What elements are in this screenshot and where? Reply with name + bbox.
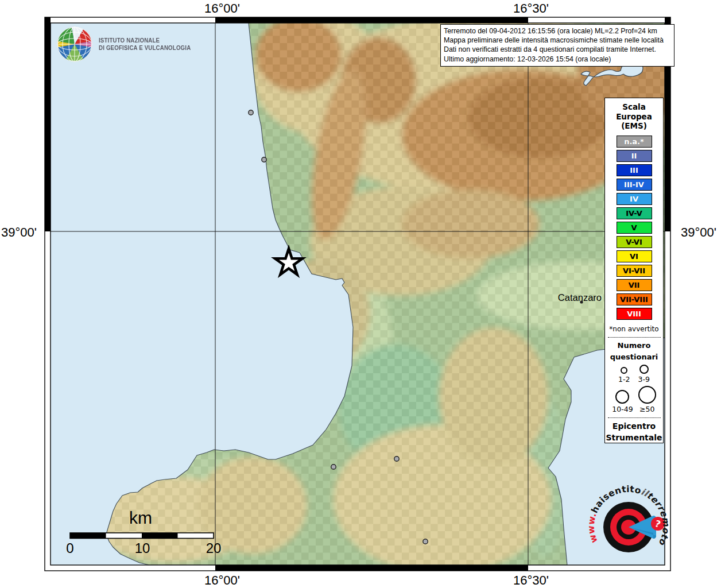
questionnaire-circle-1-2 [621, 367, 627, 374]
scale-unit-label: km [129, 508, 152, 528]
epicenter-title-line2: Strumentale [606, 432, 662, 443]
legend-title: Scala Europea (EMS) [616, 102, 652, 131]
legend-separator-2 [608, 417, 661, 418]
ingv-logo: ISTITUTO NAZIONALE DI GEOFISICA E VULCAN… [56, 26, 203, 62]
questionnaire-label-50plus: ≥50 [639, 405, 654, 413]
legend-class-iv-v: IV-V [617, 207, 652, 219]
graticule-label-left: 39°00' [0, 225, 37, 240]
legend-title-line1: Scala [616, 102, 652, 112]
haisentitoilterremoto-logo: ? www.haisentitoilterremoto.it [587, 480, 684, 578]
na-marker [262, 157, 266, 162]
legend-class-v: V [617, 222, 652, 234]
legend-footnote: *non avvertito [609, 325, 658, 333]
legend-class-viii: VIII [617, 308, 652, 320]
map-page: 16°00' 16°30' 16°00' 16°30' 39°00' 39°00… [0, 0, 721, 588]
scale-bar [70, 533, 214, 539]
event-info-line1: Terremoto del 09-04-2012 16:15:56 (ora l… [444, 26, 671, 36]
legend-class-ii: II [617, 150, 652, 162]
graticule-label-bottom-left: 16°00' [204, 573, 240, 588]
legend-class-iii: III [617, 164, 652, 176]
legend-class-v-vi: V-VI [617, 236, 652, 248]
questionnaire-label-1-2: 1-2 [618, 375, 630, 384]
ingv-name-line1: ISTITUTO NAZIONALE [99, 37, 191, 44]
event-info-box: Terremoto del 09-04-2012 16:15:56 (ora l… [440, 24, 675, 67]
event-info-line3: Dati non verificati estratti da 4 questi… [444, 45, 671, 54]
questionnaire-circle-3-9 [639, 365, 649, 374]
legend-title-line2: Europea [616, 112, 652, 122]
legend-title-line3: (EMS) [616, 121, 652, 131]
na-marker [249, 110, 253, 115]
legend-class-vi: VI [617, 250, 652, 262]
legend-panel: Scala Europea (EMS) n.a.*IIIIIIII-IVIVIV… [604, 98, 664, 443]
epicenter-title-line1: Epicentro [606, 420, 662, 432]
questionnaire-title-line2: questionari [610, 351, 658, 363]
questionnaire-label-3-9: 3-9 [638, 375, 650, 384]
graticule-label-top-left: 16°00' [204, 1, 240, 16]
epicenter-title: Epicentro Strumentale [606, 420, 662, 443]
questionnaire-label-10-49: 10-49 [612, 405, 633, 413]
na-marker [423, 539, 428, 544]
legend-class-n-a-: n.a.* [617, 136, 652, 148]
graticule-label-top-right: 16°30' [513, 1, 549, 16]
ingv-logo-text: ISTITUTO NAZIONALE DI GEOFISICA E VULCAN… [99, 37, 191, 52]
questionnaire-title-line1: Numero [610, 340, 658, 351]
questionnaire-circle-10-49 [615, 390, 629, 404]
city-label-catanzaro: Catanzaro [544, 292, 602, 303]
questionnaire-sizes-row2: 10-49 ≥50 [612, 386, 656, 413]
legend-class-vi-vii: VI-VII [617, 265, 652, 277]
legend-class-vii: VII [617, 279, 652, 291]
scale-tick-20: 20 [206, 540, 222, 556]
questionnaire-title: Numero questionari [610, 340, 658, 363]
na-marker [394, 457, 399, 461]
questionnaire-circle-50plus [638, 386, 656, 404]
legend-classes: n.a.*IIIIIIII-IVIVIV-VVV-VIVIVI-VIIVIIVI… [617, 136, 652, 320]
ingv-logo-globe [56, 26, 93, 62]
logo-text-www: www. [587, 511, 599, 544]
legend-class-iv: IV [617, 193, 652, 205]
questionnaire-sizes-row1: 1-2 3-9 [618, 365, 650, 384]
legend-class-iii-iv: III-IV [617, 179, 652, 191]
legend-class-vii-viii: VII-VIII [617, 293, 652, 305]
event-info-line4: Ultimo aggiornamento: 12-03-2026 15:54 (… [444, 55, 671, 64]
graticule-label-bottom-right: 16°30' [513, 573, 549, 588]
event-info-line2: Mappa preliminare delle intensità macros… [444, 36, 671, 45]
scale-tick-0: 0 [66, 540, 73, 556]
ingv-name-line2: DI GEOFISICA E VULCANOLOGIA [99, 44, 191, 52]
logo-text-it: .it [587, 480, 590, 482]
graticule-label-right: 39°00' [681, 225, 716, 240]
legend-separator-1 [608, 337, 661, 338]
scale-tick-10: 10 [135, 540, 150, 556]
na-marker [331, 465, 336, 469]
